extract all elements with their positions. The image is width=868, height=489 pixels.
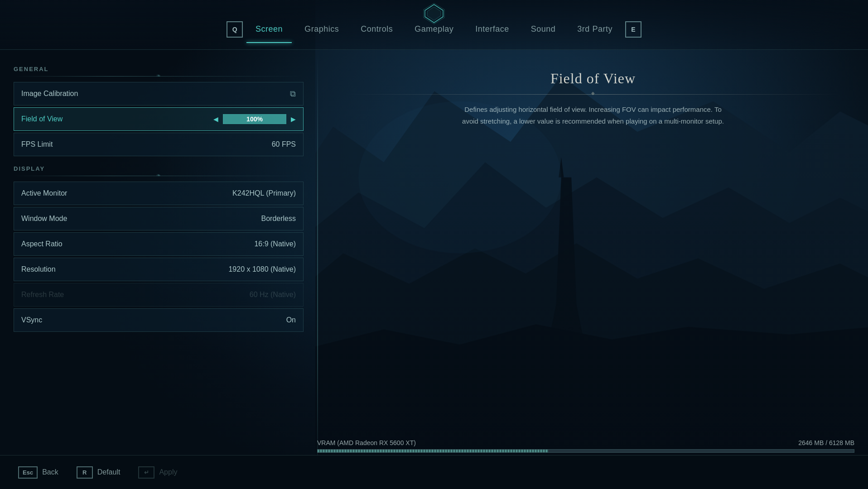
info-description: Defines adjusting horizontal field of vi… xyxy=(457,104,729,127)
display-divider xyxy=(14,176,304,176)
image-calibration-label: Image Calibration xyxy=(21,90,78,98)
refresh-rate-value: 60 Hz (Native) xyxy=(250,291,296,299)
window-mode-value: Borderless xyxy=(261,215,296,223)
apply-key-badge: ↵ xyxy=(138,466,154,479)
fov-display-value: 100% xyxy=(223,115,286,124)
info-title-divider xyxy=(345,94,841,95)
field-of-view-row[interactable]: Field of View ◀ 100% ▶ xyxy=(14,107,304,131)
general-divider xyxy=(14,76,304,77)
apply-label: Apply xyxy=(159,468,177,476)
back-button[interactable]: Esc Back xyxy=(18,466,58,479)
main-content: GENERAL Image Calibration ⧉ Field of Vie… xyxy=(0,52,868,489)
image-calibration-value: ⧉ xyxy=(290,89,296,99)
active-monitor-value: K242HQL (Primary) xyxy=(232,189,296,197)
image-calibration-row[interactable]: Image Calibration ⧉ xyxy=(14,82,304,105)
svg-marker-4 xyxy=(427,7,441,20)
nav-left-key[interactable]: Q xyxy=(227,21,243,38)
default-button[interactable]: R Default xyxy=(77,466,121,479)
active-monitor-row[interactable]: Active Monitor K242HQL (Primary) xyxy=(14,182,304,205)
settings-panel: GENERAL Image Calibration ⧉ Field of Vie… xyxy=(0,52,317,489)
tab-sound[interactable]: Sound xyxy=(522,21,565,38)
default-label: Default xyxy=(97,468,121,476)
default-key-badge: R xyxy=(77,466,93,479)
fps-limit-row[interactable]: FPS Limit 60 FPS xyxy=(14,133,304,156)
aspect-ratio-row[interactable]: Aspect Ratio 16:9 (Native) xyxy=(14,232,304,256)
info-panel: Field of View Defines adjusting horizont… xyxy=(318,52,868,489)
aspect-ratio-label: Aspect Ratio xyxy=(21,240,63,248)
fov-slider[interactable]: 100% xyxy=(223,114,286,124)
info-title: Field of View xyxy=(345,70,841,87)
window-mode-label: Window Mode xyxy=(21,215,67,223)
vram-bar-track xyxy=(317,449,854,453)
field-of-view-value: ◀ 100% ▶ xyxy=(213,114,296,124)
back-key-badge: Esc xyxy=(18,466,38,479)
display-section-label: DISPLAY xyxy=(14,165,304,172)
general-section-label: GENERAL xyxy=(14,66,304,72)
aspect-ratio-value: 16:9 (Native) xyxy=(254,240,296,248)
vsync-label: VSync xyxy=(21,316,42,324)
vram-bar-fill xyxy=(318,450,548,452)
fps-limit-value: 60 FPS xyxy=(272,140,296,149)
tab-interface[interactable]: Interface xyxy=(466,21,518,38)
resolution-label: Resolution xyxy=(21,265,56,273)
apply-button[interactable]: ↵ Apply xyxy=(138,466,177,479)
resolution-value: 1920 x 1080 (Native) xyxy=(228,265,296,273)
tab-controls[interactable]: Controls xyxy=(352,21,402,38)
bottom-toolbar: Esc Back R Default ↵ Apply xyxy=(0,455,868,489)
tab-screen[interactable]: Screen xyxy=(246,21,292,38)
game-logo xyxy=(423,2,445,25)
nav-right-key[interactable]: E xyxy=(625,21,641,38)
vsync-value: On xyxy=(286,316,296,324)
vsync-row[interactable]: VSync On xyxy=(14,308,304,332)
fps-limit-label: FPS Limit xyxy=(21,140,53,149)
refresh-rate-row[interactable]: Refresh Rate 60 Hz (Native) xyxy=(14,283,304,307)
vram-label-row: VRAM (AMD Radeon RX 5600 XT) 2646 MB / 6… xyxy=(317,439,854,446)
back-label: Back xyxy=(42,468,58,476)
fov-increase-arrow[interactable]: ▶ xyxy=(291,115,296,123)
resolution-row[interactable]: Resolution 1920 x 1080 (Native) xyxy=(14,258,304,281)
active-monitor-label: Active Monitor xyxy=(21,189,67,197)
window-mode-row[interactable]: Window Mode Borderless xyxy=(14,207,304,230)
field-of-view-label: Field of View xyxy=(21,115,63,123)
tab-third-party[interactable]: 3rd Party xyxy=(568,21,622,38)
copy-icon: ⧉ xyxy=(290,89,296,99)
tab-graphics[interactable]: Graphics xyxy=(295,21,348,38)
vram-label: VRAM (AMD Radeon RX 5600 XT) xyxy=(317,439,416,446)
top-navigation: Q Screen Graphics Controls Gameplay Inte… xyxy=(0,0,868,50)
refresh-rate-label: Refresh Rate xyxy=(21,291,64,299)
vram-value: 2646 MB / 6128 MB xyxy=(798,439,854,446)
fov-decrease-arrow[interactable]: ◀ xyxy=(213,115,218,123)
vram-section: VRAM (AMD Radeon RX 5600 XT) 2646 MB / 6… xyxy=(317,439,854,453)
